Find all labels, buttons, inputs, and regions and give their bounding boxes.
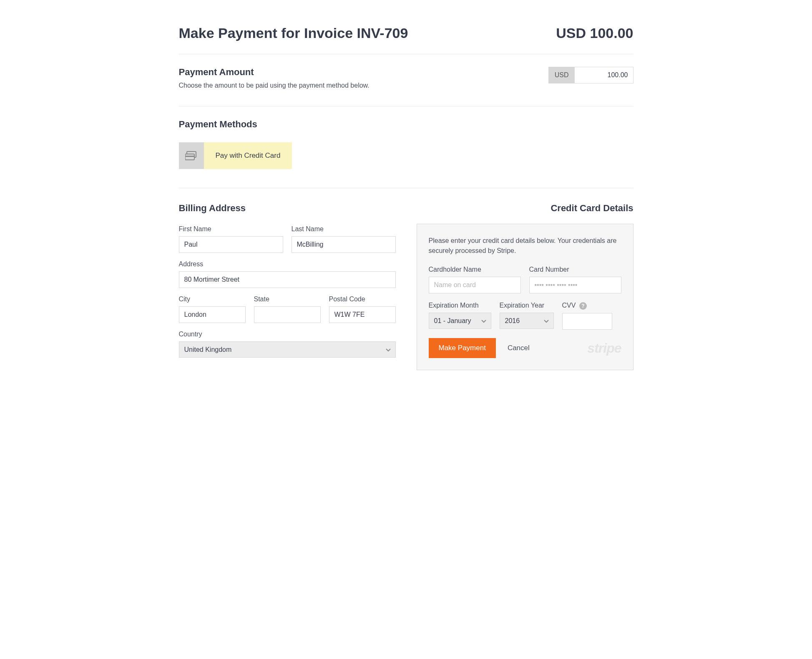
last-name-label: Last Name — [292, 225, 396, 233]
make-payment-button[interactable]: Make Payment — [429, 338, 496, 358]
credit-card-tile-label: Pay with Credit Card — [204, 142, 292, 169]
page-title: Make Payment for Invoice INV-709 — [179, 25, 408, 41]
svg-rect-2 — [185, 156, 194, 157]
pay-with-credit-card-tile[interactable]: Pay with Credit Card — [179, 142, 292, 169]
stripe-logo: stripe — [587, 341, 621, 356]
first-name-input[interactable] — [179, 236, 283, 253]
page-header: Make Payment for Invoice INV-709 USD 100… — [179, 25, 634, 54]
exp-month-select[interactable]: 01 - January — [429, 313, 491, 329]
cardholder-name-input[interactable] — [429, 277, 521, 293]
state-input[interactable] — [254, 306, 321, 323]
exp-month-label: Expiration Month — [429, 302, 491, 309]
card-number-input[interactable] — [529, 277, 621, 293]
address-label: Address — [179, 260, 396, 268]
card-number-label: Card Number — [529, 266, 621, 273]
country-select[interactable]: United Kingdom — [179, 341, 396, 358]
last-name-input[interactable] — [292, 236, 396, 253]
invoice-total: USD 100.00 — [556, 25, 633, 41]
payment-methods-section: Payment Methods Pay with Credit Card — [179, 119, 634, 188]
city-label: City — [179, 295, 246, 303]
amount-input-group: USD — [548, 67, 634, 83]
credit-card-panel: Please enter your credit card details be… — [417, 224, 634, 370]
help-icon[interactable]: ? — [579, 302, 587, 310]
exp-year-label: Expiration Year — [500, 302, 554, 309]
country-label: Country — [179, 331, 396, 338]
payment-methods-title: Payment Methods — [179, 119, 634, 130]
first-name-label: First Name — [179, 225, 283, 233]
credit-card-description: Please enter your credit card details be… — [429, 236, 621, 256]
cardholder-name-label: Cardholder Name — [429, 266, 521, 273]
billing-address-title: Billing Address — [179, 203, 396, 214]
postal-code-label: Postal Code — [329, 295, 396, 303]
credit-card-icon — [179, 142, 204, 169]
exp-year-select[interactable]: 2016 — [500, 313, 554, 329]
credit-card-details-title: Credit Card Details — [417, 203, 634, 214]
cvv-input[interactable] — [562, 313, 612, 330]
payment-amount-title: Payment Amount — [179, 67, 370, 78]
city-input[interactable] — [179, 306, 246, 323]
billing-address-section: Billing Address First Name Last Name Add… — [179, 203, 396, 365]
cancel-button[interactable]: Cancel — [508, 344, 530, 352]
credit-card-details-section: Credit Card Details Please enter your cr… — [417, 203, 634, 370]
payment-amount-description: Choose the amount to be paid using the p… — [179, 82, 370, 89]
amount-input[interactable] — [575, 67, 633, 83]
state-label: State — [254, 295, 321, 303]
address-input[interactable] — [179, 271, 396, 288]
cvv-label: CVV ? — [562, 302, 612, 310]
currency-prefix: USD — [549, 67, 575, 83]
payment-amount-section: Payment Amount Choose the amount to be p… — [179, 67, 634, 106]
postal-code-input[interactable] — [329, 306, 396, 323]
